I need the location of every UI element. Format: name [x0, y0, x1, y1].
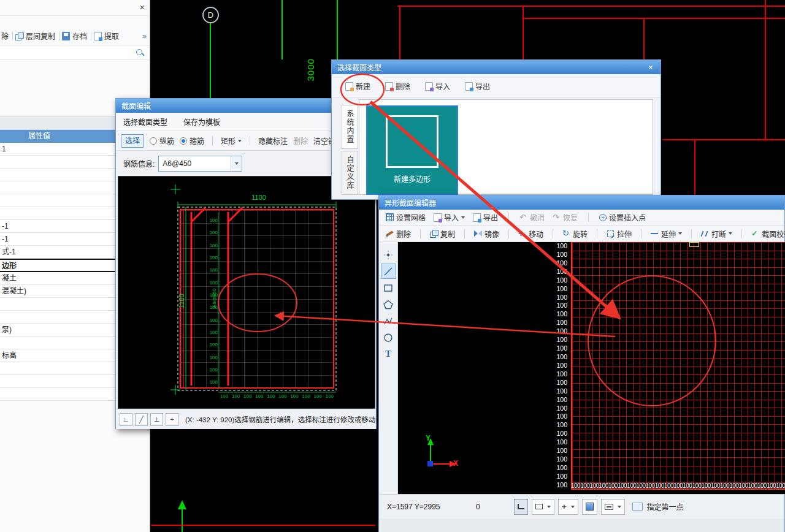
rebar-info-label: 钢筋信息:	[123, 158, 155, 169]
validate-display-button[interactable]	[601, 499, 625, 515]
dimension-left: 1100	[178, 288, 185, 314]
export-button[interactable]: 导出	[473, 212, 498, 222]
insert-point-button[interactable]: 设置插入点	[599, 212, 646, 222]
editor-statusbar: X=1597 Y=2995 0 + 指定第一点	[379, 494, 784, 519]
radio-icon[interactable]	[150, 137, 157, 145]
tick-label: 100	[548, 447, 569, 455]
stretch-button[interactable]: 拉伸	[607, 229, 632, 239]
toolbar-separator	[741, 229, 742, 238]
layers-button[interactable]: 层间复制	[15, 31, 55, 41]
copy-button[interactable]: 复制	[430, 229, 455, 239]
search-bar[interactable]	[0, 45, 150, 60]
toolbar-separator	[691, 229, 692, 238]
menu-save-as-template[interactable]: 保存为模板	[183, 116, 220, 127]
fill-display-button[interactable]	[582, 499, 597, 515]
rect-snap-button[interactable]	[532, 499, 554, 515]
redo-icon	[553, 213, 561, 222]
tick-label: 100	[548, 464, 569, 473]
new-polygon-tile[interactable]: 新建多边形	[366, 105, 458, 195]
editor-grid[interactable]	[571, 242, 785, 490]
stretch-icon	[607, 229, 615, 238]
shape-dropdown[interactable]: 矩形	[221, 135, 242, 146]
section-type-list: 新建多边形	[359, 99, 653, 195]
search-icon[interactable]	[136, 48, 144, 57]
tab-custom-library[interactable]: 自定义库	[342, 151, 358, 195]
save-button[interactable]: 存档	[62, 31, 87, 41]
ortho-mode-button[interactable]: ∟	[120, 413, 132, 426]
rotate-button[interactable]: 旋转	[562, 229, 588, 239]
extend-button[interactable]: 延伸	[651, 229, 682, 239]
polygon-tool[interactable]	[381, 297, 396, 312]
tick-label: 100	[253, 393, 265, 399]
cad-red-line	[643, 18, 645, 59]
dialog-titlebar[interactable]: 选择截面类型 ×	[332, 60, 661, 74]
close-icon[interactable]: ×	[646, 63, 655, 72]
tool-caret-icon: ▸	[394, 321, 396, 325]
mirror-button[interactable]: 镜像	[474, 229, 499, 239]
import-button[interactable]: 导入	[425, 81, 451, 91]
erase-icon	[386, 229, 394, 238]
text-tool[interactable]: T	[381, 346, 396, 362]
export-button[interactable]: 导出	[465, 81, 491, 91]
toolbar-label: 拉伸	[617, 229, 632, 239]
status-count: 0	[476, 503, 484, 511]
dialog-title: 截面编辑	[121, 101, 151, 111]
line-tool[interactable]	[381, 264, 396, 279]
break-button[interactable]: 打断	[701, 229, 732, 239]
toolbar-button[interactable]: 除	[1, 31, 9, 41]
tick-label: 100	[548, 259, 569, 268]
snap-mode-button[interactable]: +	[166, 413, 178, 426]
axis-origin-icon	[427, 461, 433, 466]
dimension-top: 1100	[244, 194, 274, 201]
hide-annotation-button[interactable]: 隐藏标注	[258, 135, 288, 146]
export-icon	[465, 82, 473, 91]
section-preview-canvas[interactable]: 1100 1100 A6@450 10010010010010010010010…	[118, 176, 375, 409]
toolbar-separator	[508, 213, 509, 222]
combobox-dropdown-button[interactable]	[231, 156, 242, 171]
toolbar-separator	[588, 213, 589, 222]
diagonal-mode-button[interactable]: ╱	[135, 413, 148, 426]
select-button[interactable]: 选择	[121, 134, 144, 148]
extract-button[interactable]: 提取	[94, 31, 119, 41]
toolbar-label: 打断	[711, 229, 726, 239]
dimension-text: 3000	[305, 52, 316, 82]
dropdown-caret-icon	[678, 232, 682, 235]
erase-button[interactable]: 删除	[386, 229, 411, 239]
rebar-info-combobox[interactable]: A6@450	[158, 156, 242, 172]
radio-checked-icon[interactable]	[180, 137, 187, 145]
import-button[interactable]: 导入	[434, 212, 465, 222]
panel-header: ×	[0, 0, 150, 16]
longitudinal-radio[interactable]: 纵筋	[150, 135, 174, 146]
new-button[interactable]: 新建	[345, 81, 372, 91]
polyline-tool[interactable]: ▸	[381, 313, 396, 329]
cad-red-line	[397, 6, 785, 7]
circle-tool[interactable]	[381, 330, 396, 345]
dialog-titlebar[interactable]: 异形截面编辑器	[379, 196, 784, 210]
ortho-snap-button[interactable]	[514, 499, 528, 515]
tick-label: 100	[301, 393, 312, 399]
tick-label: 100	[289, 393, 301, 399]
layers-icon	[15, 32, 23, 40]
move-button[interactable]: 移动	[518, 229, 543, 239]
point-snap-button[interactable]: +	[558, 499, 578, 515]
panel-close-button[interactable]: ×	[139, 2, 145, 12]
delete-button[interactable]: 删除	[385, 81, 412, 91]
toolbar-overflow-button[interactable]: »	[142, 31, 147, 40]
menu-select-section-type[interactable]: 选择截面类型	[123, 116, 167, 127]
export-icon	[473, 213, 481, 222]
editor-canvas[interactable]: 1001001001001001001001001001001001001001…	[398, 242, 785, 494]
check-button[interactable]: 截面校验	[751, 229, 785, 239]
tick-label: 100	[548, 387, 569, 396]
grid-button[interactable]: 设置网格	[386, 212, 426, 222]
validate-icon	[605, 504, 613, 510]
tick-label: 100	[548, 481, 569, 490]
point-tool[interactable]	[381, 247, 396, 262]
toolbar-label: 删除	[396, 229, 411, 239]
stirrup-radio[interactable]: 箍筋	[180, 135, 204, 146]
rectangle-tool[interactable]	[381, 280, 396, 295]
tick-label: 100	[277, 393, 288, 399]
toolbar-label: 旋转	[573, 229, 588, 239]
perpendicular-mode-button[interactable]: ⊥	[150, 413, 163, 426]
tick-label: 100	[548, 285, 569, 294]
tab-system-builtin[interactable]: 系统内置	[342, 105, 358, 149]
